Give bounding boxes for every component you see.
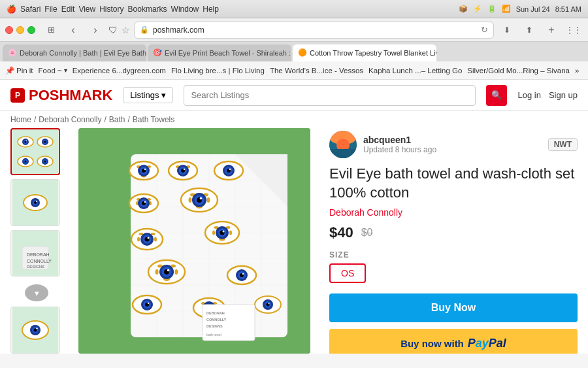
tab-grid-button[interactable]: ⋮⋮ [564,21,583,39]
svg-text:DESIGNS: DESIGNS [206,324,223,328]
listings-button[interactable]: Listings ▾ [123,87,173,103]
download-button[interactable]: ⬇ [498,21,516,39]
svg-text:DEBORAH: DEBORAH [27,252,50,257]
bookmark-experience[interactable]: Experience 6...dygreen.com [73,67,166,75]
svg-point-63 [184,169,185,170]
forward-button[interactable]: › [86,21,105,39]
svg-point-23 [36,201,37,202]
address-bar[interactable]: 🔒 poshmark.com ↻ [134,22,494,39]
original-price: $0 [361,227,373,239]
bookmark-worlds[interactable]: The World's B...ice - Vessos [270,67,363,75]
macos-menubar: 🍎 Safari File Edit View History Bookmark… [0,0,588,18]
header-auth: Log in Sign up [517,90,578,100]
bookmark-flo[interactable]: Flo Living bre...s | Flo Living [171,67,265,75]
cotton-favicon: 🟠 [298,48,307,58]
svg-point-101 [229,231,232,235]
svg-point-110 [155,269,159,275]
tab-label-target: Evil Eye Print Beach Towel - Shiraleah :… [165,49,291,57]
dropbox-icon: 📦 [459,5,468,13]
login-link[interactable]: Log in [517,90,540,100]
datetime: Sun Jul 24 [516,5,550,13]
bookmark-star-icon[interactable]: ☆ [122,25,130,35]
svg-text:CONNOLLY: CONNOLLY [27,259,52,263]
poshmark-favicon: 🌸 [8,48,17,58]
window-controls [5,26,35,34]
close-button[interactable] [5,26,13,34]
tabs-bar: 🌸 Deborah Connolly | Bath | Evil Eye Bat… [0,42,588,61]
svg-point-81 [189,197,192,203]
poshmark-logo[interactable]: P POSHMARK [10,87,112,104]
breadcrumb: Home / Deborah Connolly / Bath / Bath To… [0,111,588,128]
main-product-image[interactable]: DEBORAH CONNOLLY DESIGNS bath towel [78,128,310,354]
bookmarks-more[interactable]: » [575,67,579,75]
breadcrumb-seller[interactable]: Deborah Connolly [39,115,101,124]
seller-avatar[interactable] [329,131,357,158]
svg-point-121 [242,273,244,275]
svg-text:DEBORAH: DEBORAH [206,311,225,315]
svg-point-5 [26,141,27,142]
svg-point-91 [137,237,140,242]
menu-window[interactable]: Window [171,5,199,14]
buy-paypal-button[interactable]: Buy now with PayPal [329,329,578,354]
search-button[interactable]: 🔍 [486,85,507,106]
menu-view[interactable]: View [78,5,95,14]
svg-text:CONNOLLY: CONNOLLY [206,318,227,322]
thumbnail-scroll-down[interactable]: ▾ [25,284,48,301]
refresh-icon[interactable]: ↻ [481,25,488,35]
svg-rect-149 [329,149,357,158]
breadcrumb-bath[interactable]: Bath [109,115,125,124]
back-button[interactable]: ‹ [64,21,82,39]
product-title: Evil Eye bath towel and wash-cloth set 1… [329,165,578,202]
tab-overview-button[interactable]: ⊞ [42,21,60,39]
svg-point-96 [148,237,150,239]
menu-edit[interactable]: Edit [61,5,75,14]
menu-bookmarks[interactable]: Bookmarks [128,5,167,14]
new-tab-button[interactable]: + [542,21,561,39]
size-badge[interactable]: OS [329,263,366,283]
bookmark-kapha[interactable]: Kapha Lunch ...– Letting Go [368,67,462,75]
bookmark-pinit[interactable]: 📌 Pin it [5,66,33,75]
buy-now-button[interactable]: Buy Now [329,293,578,322]
poshmark-header: P POSHMARK Listings ▾ 🔍 Log in Sign up [0,80,588,111]
paypal-logo: PayPal [468,337,506,350]
size-label: SIZE [329,250,578,259]
breadcrumb-home[interactable]: Home [10,115,31,124]
url-text: poshmark.com [153,25,204,35]
menu-help[interactable]: Help [203,5,219,14]
tab-poshmark[interactable]: 🌸 Deborah Connolly | Bath | Evil Eye Bat… [3,44,146,61]
bluetooth-icon: ⚡ [473,5,482,13]
menu-file[interactable]: File [44,5,57,14]
target-favicon: 🎯 [153,48,162,58]
breadcrumb-towels[interactable]: Bath Towels [133,115,174,124]
search-input[interactable] [184,85,476,106]
seller-username[interactable]: abcqueen1 [363,135,436,145]
bookmark-food[interactable]: Food ~ ▾ [39,67,67,75]
tab-target[interactable]: 🎯 Evil Eye Print Beach Towel - Shiraleah… [148,44,291,61]
share-button[interactable]: ⬆ [520,21,538,39]
signup-link[interactable]: Sign up [549,90,578,100]
thumbnail-1[interactable] [10,128,60,175]
svg-text:DESIGNS: DESIGNS [27,265,44,269]
maximize-button[interactable] [27,26,35,34]
brand-name[interactable]: Deborah Connolly [329,207,578,218]
apple-menu[interactable]: 🍎 [7,5,16,14]
thumbnail-3[interactable]: DEBORAH CONNOLLY DESIGNS [10,230,60,277]
bookmark-silver[interactable]: Silver/Gold Mo...Ring – Sivana [467,67,570,75]
svg-point-56 [144,169,146,170]
tab-cotton[interactable]: 🟠 Cotton Throw Tapestry Towel Blanket Li… [293,44,436,61]
seller-details: abcqueen1 Updated 8 hours ago [363,135,436,154]
menubar-left: 🍎 Safari File Edit View History Bookmark… [7,5,219,14]
lock-icon: 🔒 [140,25,149,34]
search-icon: 🔍 [491,90,502,100]
time: 8:51 AM [555,5,581,13]
minimize-button[interactable] [16,26,24,34]
menu-safari[interactable]: Safari [20,5,41,14]
svg-point-111 [175,269,178,275]
thumbnail-2[interactable] [10,179,60,226]
svg-text:bath towel: bath towel [206,333,221,337]
seller-row: abcqueen1 Updated 8 hours ago NWT [329,131,578,158]
menu-history[interactable]: History [99,5,123,14]
svg-point-100 [212,231,215,235]
thumbnail-4[interactable] [10,307,60,354]
svg-rect-0 [12,129,58,175]
